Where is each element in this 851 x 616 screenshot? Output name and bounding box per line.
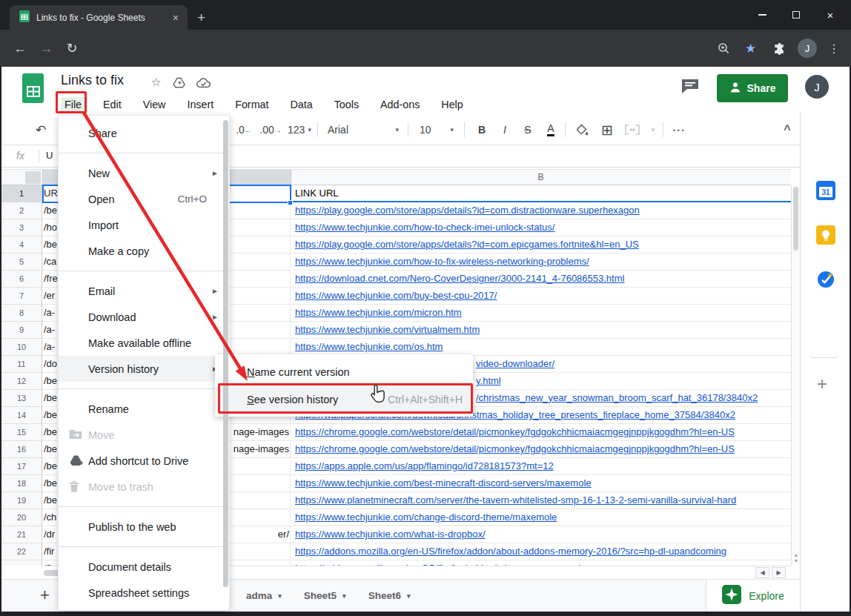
cell-b17[interactable]: https://apps.apple.com/us/app/flamingo/i…: [291, 458, 791, 474]
menu-tools[interactable]: Tools: [331, 97, 362, 112]
cell-a12[interactable]: /be: [44, 373, 57, 389]
sheet-tab-caret-icon[interactable]: ▾: [278, 592, 282, 600]
vertical-scrollbar-thumb[interactable]: [793, 187, 798, 251]
cell-b3[interactable]: https://www.techjunkie.com/how-to-check-…: [291, 219, 791, 236]
fill-color-icon[interactable]: [571, 115, 593, 145]
close-button[interactable]: ×: [813, 0, 847, 30]
row-header-22[interactable]: 22: [1, 543, 42, 560]
row-header-8[interactable]: 8: [1, 305, 42, 322]
cell-b8[interactable]: https://www.techjunkie.com/micron.htm: [291, 305, 791, 321]
add-sheet-button[interactable]: +: [40, 586, 50, 605]
merge-caret-icon[interactable]: ▾: [645, 115, 658, 145]
sheets-logo-icon[interactable]: [21, 73, 45, 107]
bookmark-star-icon[interactable]: ★: [745, 30, 756, 67]
cell-a8[interactable]: /a-: [44, 305, 55, 321]
browser-avatar[interactable]: J: [798, 30, 817, 67]
cell-b15[interactable]: https://chrome.google.com/webstore/detai…: [291, 424, 791, 440]
menu-data[interactable]: Data: [286, 97, 316, 112]
file-menu-item-rename[interactable]: Rename: [59, 396, 229, 422]
menu-help[interactable]: Help: [437, 97, 466, 112]
cell-a22[interactable]: /fir: [44, 543, 54, 560]
row-header-10[interactable]: 10: [1, 339, 42, 356]
menu-format[interactable]: Format: [231, 97, 272, 112]
row-header-4[interactable]: 4: [1, 236, 42, 254]
reload-icon[interactable]: ↻: [61, 30, 83, 67]
file-menu-item-document-details[interactable]: Document details: [59, 554, 229, 580]
cell-a23[interactable]: /fi: [44, 560, 51, 566]
merge-cells-icon[interactable]: [620, 115, 644, 145]
cell-b23[interactable]: https://addons.mozilla.org/en-GB/firefox…: [291, 560, 791, 566]
cell-b19[interactable]: https://www.planetminecraft.com/server/t…: [291, 492, 791, 509]
file-menu-item-make-a-copy[interactable]: Make a copy: [59, 238, 229, 264]
file-menu-scrollbar[interactable]: [223, 120, 228, 587]
doc-title[interactable]: Links to fix: [61, 73, 124, 88]
undo-icon[interactable]: ↶: [31, 115, 50, 145]
row-header-21[interactable]: 21: [1, 526, 42, 543]
cell-a2[interactable]: /be: [44, 202, 57, 219]
file-menu-item-download[interactable]: Download►: [59, 304, 229, 330]
forward-icon[interactable]: →: [35, 30, 57, 67]
row-header-2[interactable]: 2: [1, 202, 42, 219]
sheet-tab-sheet5[interactable]: Sheet5▾: [304, 590, 346, 601]
file-menu-item-publish-to-the-web[interactable]: Publish to the web: [59, 514, 229, 540]
browser-menu-kebab-icon[interactable]: ⋮: [828, 30, 840, 67]
cloud-saved-icon[interactable]: [196, 77, 212, 91]
new-tab-button[interactable]: +: [197, 10, 205, 24]
increase-decimal-icon[interactable]: .00→: [258, 115, 283, 145]
bold-button[interactable]: B: [471, 115, 492, 145]
row-header-14[interactable]: 14: [1, 407, 42, 424]
cell-b1[interactable]: LINK URL: [291, 185, 791, 202]
sheets-avatar[interactable]: J: [805, 75, 829, 99]
extensions-puzzle-icon[interactable]: [772, 30, 786, 67]
cell-a5[interactable]: /ca: [44, 254, 56, 270]
scroll-left-arrow[interactable]: ◀: [755, 567, 769, 578]
cell-a13[interactable]: /be: [44, 390, 57, 406]
file-menu-item-move[interactable]: Move: [59, 422, 229, 448]
row-header-16[interactable]: 16: [1, 441, 42, 458]
keep-icon[interactable]: [816, 225, 835, 248]
rail-add-button[interactable]: +: [817, 374, 827, 394]
cell-a6[interactable]: /fre: [44, 271, 58, 287]
file-menu-item-import[interactable]: Import: [59, 212, 229, 238]
row-header-23[interactable]: 23: [1, 560, 42, 566]
file-menu-item-move-to-trash[interactable]: Move to trash: [59, 474, 229, 500]
share-button[interactable]: Share: [717, 74, 788, 102]
browser-tab[interactable]: Links to fix - Google Sheets ×: [10, 5, 188, 30]
font-family-select[interactable]: Arial▾: [323, 115, 403, 145]
cell-a14[interactable]: /be: [44, 407, 57, 423]
drive-shortcut-icon[interactable]: [173, 77, 186, 90]
cell-b22[interactable]: https://addons.mozilla.org/en-US/firefox…: [291, 543, 791, 560]
row-header-13[interactable]: 13: [1, 390, 42, 407]
cell-b2[interactable]: https://play.google.com/store/apps/detai…: [291, 202, 791, 219]
cell-a19[interactable]: /be: [44, 492, 57, 509]
file-menu-item-share[interactable]: Share: [59, 120, 229, 146]
select-all-corner[interactable]: [25, 171, 41, 184]
cell-a4[interactable]: /be: [44, 236, 57, 253]
sheet-tab-caret-icon[interactable]: ▾: [407, 592, 411, 600]
cell-a20[interactable]: /ch: [44, 509, 56, 526]
tab-close-icon[interactable]: ×: [170, 12, 182, 24]
row-header-15[interactable]: 15: [1, 424, 42, 441]
file-menu-item-new[interactable]: New►: [59, 160, 229, 186]
fill-handle[interactable]: [288, 200, 293, 205]
minimize-button[interactable]: [745, 0, 779, 30]
file-menu-item-version-history[interactable]: Version history►: [59, 356, 229, 382]
row-header-18[interactable]: 18: [1, 475, 42, 492]
row-headers[interactable]: 1234567891011121314151617181920212223: [1, 185, 42, 566]
row-header-5[interactable]: 5: [1, 254, 42, 271]
text-color-button[interactable]: A: [540, 115, 561, 145]
cell-a3[interactable]: /ho: [44, 219, 57, 236]
column-b-header[interactable]: B: [291, 170, 791, 185]
cell-b16[interactable]: https://chrome.google.com/webstore/detai…: [291, 441, 791, 457]
file-menu-item-spreadsheet-settings[interactable]: Spreadsheet settings: [59, 580, 229, 606]
row-header-3[interactable]: 3: [1, 219, 42, 236]
vertical-scrollbar[interactable]: ▲▼: [791, 185, 800, 566]
cell-a17[interactable]: /be: [44, 458, 57, 474]
row-header-12[interactable]: 12: [1, 373, 42, 390]
sheet-tab-adma[interactable]: adma▾: [246, 590, 282, 601]
row-header-1[interactable]: 1: [1, 185, 42, 202]
cell-a11[interactable]: /do: [44, 356, 57, 372]
submenu-item-name-current-version[interactable]: Name current version: [215, 358, 473, 385]
sheet-tab-sheet6[interactable]: Sheet6▾: [368, 590, 411, 601]
menu-add-ons[interactable]: Add-ons: [377, 97, 423, 112]
